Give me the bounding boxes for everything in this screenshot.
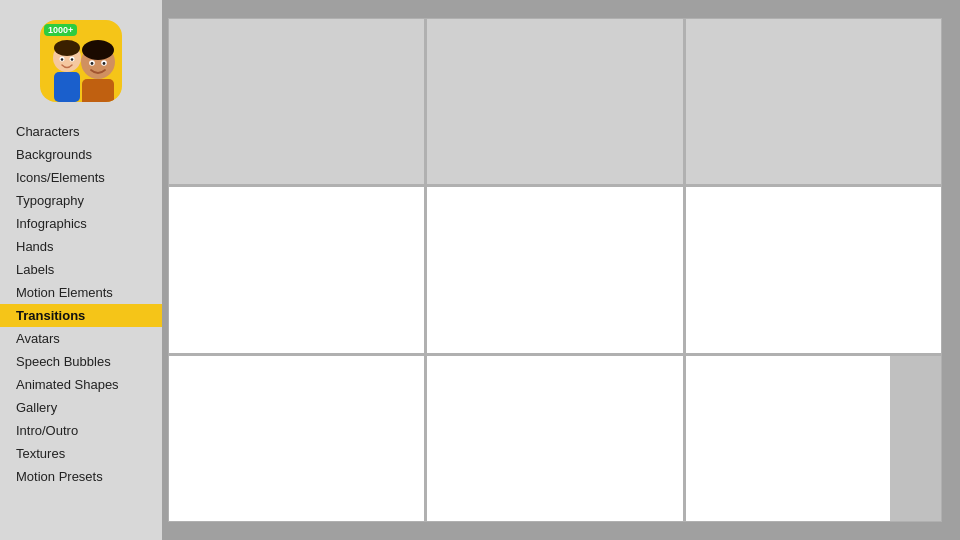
grid-cell-r3c3[interactable] [686,356,941,521]
sidebar-item-backgrounds[interactable]: Backgrounds [0,143,162,166]
sidebar: 1000+ [0,0,162,540]
sidebar-item-motion-elements[interactable]: Motion Elements [0,281,162,304]
asset-grid [168,18,942,522]
sidebar-item-animated-shapes[interactable]: Animated Shapes [0,373,162,396]
sidebar-item-characters[interactable]: Characters [0,120,162,143]
svg-point-1 [54,40,80,56]
sidebar-item-hands[interactable]: Hands [0,235,162,258]
grid-cell-r3c2[interactable] [427,356,682,521]
sidebar-nav: Characters Backgrounds Icons/Elements Ty… [0,120,162,488]
svg-rect-13 [82,79,114,102]
svg-rect-6 [54,72,80,102]
sidebar-item-textures[interactable]: Textures [0,442,162,465]
sidebar-item-intro-outro[interactable]: Intro/Outro [0,419,162,442]
grid-cell-r2c1[interactable] [169,187,424,352]
logo-badge: 1000+ [44,24,77,36]
sidebar-item-speech-bubbles[interactable]: Speech Bubbles [0,350,162,373]
logo-characters-icon [40,32,122,102]
svg-point-12 [103,62,106,65]
svg-point-8 [82,40,114,60]
svg-point-11 [91,62,94,65]
sidebar-item-typography[interactable]: Typography [0,189,162,212]
grid-cell-r1c3[interactable] [686,19,941,184]
sidebar-item-motion-presets[interactable]: Motion Presets [0,465,162,488]
sidebar-item-avatars[interactable]: Avatars [0,327,162,350]
grid-cell-r3c1[interactable] [169,356,424,521]
logo-area: 1000+ [0,10,162,120]
logo-box: 1000+ [40,20,122,102]
grid-cell-r2c3[interactable] [686,187,941,352]
sidebar-item-icons-elements[interactable]: Icons/Elements [0,166,162,189]
main-content [162,0,960,540]
svg-point-5 [71,58,74,61]
sidebar-item-labels[interactable]: Labels [0,258,162,281]
grid-cell-r1c1[interactable] [169,19,424,184]
sidebar-item-infographics[interactable]: Infographics [0,212,162,235]
sidebar-item-transitions[interactable]: Transitions [0,304,162,327]
sidebar-item-gallery[interactable]: Gallery [0,396,162,419]
grid-cell-r2c2[interactable] [427,187,682,352]
grid-cell-r1c2[interactable] [427,19,682,184]
svg-point-4 [61,58,64,61]
